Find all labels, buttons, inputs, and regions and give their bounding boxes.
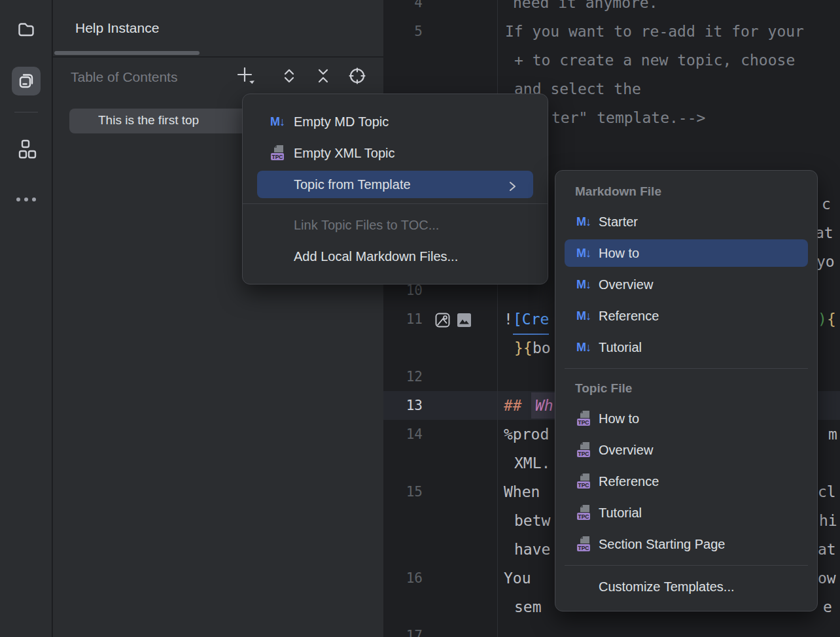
code-fragment: yo xyxy=(816,247,835,276)
context-menu-item-link-topic-files-to-toc[interactable]: Link Topic Files to TOC... xyxy=(243,209,548,241)
line-number: 12 xyxy=(383,362,423,391)
add-topic-button[interactable] xyxy=(234,65,257,89)
menu-item-label: Tutorial xyxy=(599,506,642,521)
line-number: 14 xyxy=(383,420,423,449)
tool-window-header: Help Instance xyxy=(53,0,383,58)
template-submenu-item-overview[interactable]: M↓Overview xyxy=(555,269,817,300)
markdown-icon: M↓ xyxy=(575,215,592,229)
expand-all-icon xyxy=(280,67,298,88)
expand-all-button[interactable] xyxy=(277,65,301,89)
activity-bar xyxy=(0,0,52,637)
project-tool-button[interactable] xyxy=(12,15,41,44)
topic-icon: TPC xyxy=(575,536,592,553)
code-fragment: need it anymore. xyxy=(513,0,658,17)
code-fragment: ## xyxy=(504,391,522,420)
code-fragment: When xyxy=(504,477,540,506)
code-fragment: ! xyxy=(504,305,513,334)
line-number: 4 xyxy=(383,0,423,17)
tool-windows-button[interactable] xyxy=(12,67,41,95)
tool-window-tab[interactable]: Help Instance xyxy=(75,20,159,36)
template-submenu-item-tutorial[interactable]: M↓Tutorial xyxy=(555,332,817,363)
code-fragment: at xyxy=(818,535,836,564)
code-fragment: hi xyxy=(819,506,837,535)
template-submenu-item-how-to[interactable]: M↓How to xyxy=(565,239,808,267)
locate-icon xyxy=(347,66,367,88)
ide-window: Help Instance Table of Contents xyxy=(0,0,840,637)
code-fragment: + to create a new topic, choose xyxy=(514,46,795,75)
context-menu-item-empty-xml-topic[interactable]: TPCEmpty XML Topic xyxy=(243,137,548,169)
markdown-icon: M↓ xyxy=(575,309,592,323)
menu-item-label: Tutorial xyxy=(599,340,642,355)
code-fragment: Wh xyxy=(535,391,553,420)
tool-windows-icon xyxy=(16,71,36,91)
submenu-arrow-icon xyxy=(507,180,517,196)
menu-item-label: Topic from Template xyxy=(294,177,411,192)
context-menu-item-empty-md-topic[interactable]: M↓Empty MD Topic xyxy=(243,106,548,137)
locate-selection-button[interactable] xyxy=(345,65,369,89)
template-submenu-item-customize-templates[interactable]: Customize Templates... xyxy=(555,571,817,602)
svg-text:TPC: TPC xyxy=(271,154,283,160)
menu-item-label: Overview xyxy=(599,277,653,292)
context-menu-item-topic-from-template[interactable]: Topic from Template xyxy=(257,171,533,198)
code-fragment: c xyxy=(822,190,831,218)
code-fragment: ter" template.--> xyxy=(551,103,705,132)
template-submenu-item-starter[interactable]: M↓Starter xyxy=(555,206,817,237)
submenu-section-header: Topic File xyxy=(555,374,817,403)
toc-title: Table of Contents xyxy=(71,69,177,85)
toc-tree-item-selected[interactable]: This is the first top xyxy=(69,109,266,133)
code-fragment: ow xyxy=(818,564,836,593)
template-submenu-item-tutorial[interactable]: TPCTutorial xyxy=(555,497,817,528)
code-fragment: You xyxy=(504,564,531,593)
folder-icon xyxy=(16,20,36,39)
menu-item-label: Empty MD Topic xyxy=(294,114,389,129)
menu-separator xyxy=(565,368,808,369)
markdown-icon: M↓ xyxy=(269,115,286,129)
code-fragment: }{ xyxy=(514,334,533,362)
line-number: 5 xyxy=(383,17,423,46)
template-submenu-item-section-starting-page[interactable]: TPCSection Starting Page xyxy=(555,528,817,560)
markdown-icon: M↓ xyxy=(575,247,592,260)
tab-active-indicator xyxy=(54,51,200,55)
template-submenu-item-reference[interactable]: M↓Reference xyxy=(555,300,817,332)
menu-item-label: Link Topic Files to TOC... xyxy=(294,218,439,233)
code-fragment: { xyxy=(827,305,836,334)
topic-icon: TPC xyxy=(575,473,592,490)
topic-icon: TPC xyxy=(575,441,592,458)
svg-text:TPC: TPC xyxy=(578,545,589,551)
activity-bar-divider xyxy=(14,112,38,112)
structure-tool-button[interactable] xyxy=(12,135,41,164)
code-fragment: If you want to re-add it for your xyxy=(505,17,804,46)
menu-separator xyxy=(565,565,808,566)
svg-text:TPC: TPC xyxy=(578,482,589,489)
code-fragment: bo xyxy=(533,334,551,362)
svg-text:TPC: TPC xyxy=(578,419,589,426)
code-fragment: cl xyxy=(818,477,836,506)
markdown-icon: M↓ xyxy=(575,278,592,292)
image-filled-icon[interactable] xyxy=(457,313,472,330)
code-fragment: at xyxy=(815,218,833,247)
template-submenu-item-reference[interactable]: TPCReference xyxy=(555,466,817,497)
svg-text:TPC: TPC xyxy=(578,451,589,457)
template-submenu-item-how-to[interactable]: TPCHow to xyxy=(555,403,817,434)
code-fragment: ) xyxy=(818,305,827,334)
line-number: 13 xyxy=(383,391,423,420)
template-submenu-item-overview[interactable]: TPCOverview xyxy=(555,434,817,466)
line-number: 17 xyxy=(383,621,423,637)
more-tool-windows-button[interactable] xyxy=(12,185,41,214)
topic-icon: TPC xyxy=(575,410,592,427)
menu-item-label: Customize Templates... xyxy=(599,579,735,594)
collapse-all-button[interactable] xyxy=(311,65,335,89)
image-outline-icon[interactable] xyxy=(434,312,451,331)
menu-item-label: How to xyxy=(599,246,639,261)
toc-toolbar: Table of Contents xyxy=(53,58,383,98)
code-fragment: [Cre xyxy=(513,305,549,335)
line-number: 15 xyxy=(383,477,423,506)
menu-item-label: Add Local Markdown Files... xyxy=(294,249,458,264)
context-menu-item-add-local-markdown-files[interactable]: Add Local Markdown Files... xyxy=(243,241,548,272)
menu-item-label: Section Starting Page xyxy=(599,537,725,552)
add-icon xyxy=(236,66,255,88)
svg-text:TPC: TPC xyxy=(578,513,589,520)
topic-icon: TPC xyxy=(575,504,592,521)
collapse-all-icon xyxy=(314,67,332,88)
topic-icon: TPC xyxy=(269,145,286,162)
